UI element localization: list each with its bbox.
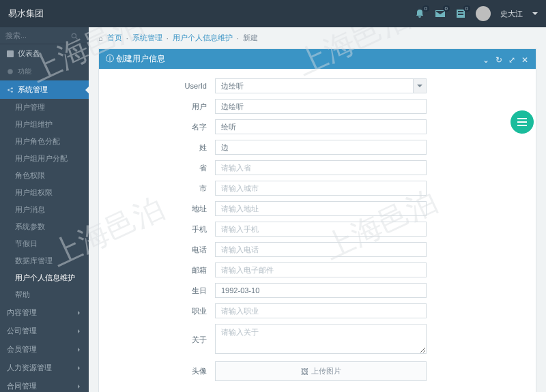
panel-title: 创建用户信息	[116, 53, 165, 65]
sidebar-section-header: 功能	[0, 63, 89, 80]
phone-field[interactable]	[215, 242, 427, 257]
sidebar-sub-role-perm[interactable]: 角色权限	[0, 167, 89, 184]
svg-rect-2	[7, 50, 14, 57]
about-field[interactable]	[215, 324, 427, 354]
label-userid: UserId	[99, 82, 215, 90]
label-birthday: 生日	[99, 286, 215, 296]
dashboard-icon	[7, 50, 14, 57]
birthday-field[interactable]	[215, 283, 427, 298]
search-icon[interactable]	[71, 32, 78, 39]
sidebar-sub-role-assign[interactable]: 用户角色分配	[0, 133, 89, 150]
sidebar-sub-db-mgmt[interactable]: 数据库管理	[0, 252, 89, 269]
sidebar-item-company[interactable]: 公司管理	[0, 322, 89, 340]
breadcrumb-l2[interactable]: 用户个人信息维护	[173, 33, 233, 43]
breadcrumb-l3: 新建	[243, 33, 258, 43]
svg-line-1	[76, 37, 78, 40]
info-icon: ⓘ	[106, 53, 114, 65]
expand-icon[interactable]: ⤢	[508, 55, 516, 63]
search-input[interactable]	[5, 31, 67, 40]
surname-field[interactable]	[215, 140, 427, 155]
fab-menu-button[interactable]	[511, 110, 534, 134]
sidebar-item-label: 仪表盘	[18, 48, 40, 59]
refresh-icon[interactable]: ↻	[495, 55, 503, 63]
breadcrumb-home[interactable]: 首页	[107, 33, 122, 43]
form-panel: ⓘ 创建用户信息 ⌄ ↻ ⤢ ✕ UserId 边绘听 用户 名字 姓 省 市 …	[98, 48, 536, 392]
home-icon: ⌂	[98, 34, 103, 42]
label-addr: 地址	[99, 204, 215, 214]
userid-field[interactable]: 边绘听	[215, 78, 427, 93]
bell-icon[interactable]: 0	[414, 8, 425, 19]
mobile-field[interactable]	[215, 222, 427, 237]
panel-header: ⓘ 创建用户信息 ⌄ ↻ ⤢ ✕	[99, 49, 536, 69]
user-field[interactable]	[215, 99, 427, 114]
sidebar-item-label: 系统管理	[18, 85, 48, 95]
label-about: 关于	[99, 335, 215, 345]
city-field[interactable]	[215, 181, 427, 196]
badge-count: 0	[463, 5, 470, 12]
upload-button[interactable]: 🖼 上传图片	[215, 361, 427, 381]
avatar[interactable]	[476, 6, 491, 21]
sidebar-item-system-mgmt[interactable]: 系统管理	[0, 80, 89, 99]
sidebar-item-dashboard[interactable]: 仪表盘	[0, 44, 89, 63]
menu-icon	[517, 121, 527, 123]
sidebar-item-contract[interactable]: 合同管理	[0, 377, 89, 392]
task-icon[interactable]: 0	[455, 8, 466, 19]
breadcrumb: ⌂ 首页 · 系统管理 · 用户个人信息维护 · 新建	[89, 27, 546, 48]
sidebar-sub-user-mgmt[interactable]: 用户管理	[0, 99, 89, 116]
sidebar-item-member[interactable]: 会员管理	[0, 340, 89, 359]
user-name[interactable]: 史大江	[500, 9, 523, 19]
label-name: 名字	[99, 122, 215, 132]
sidebar-sub-user-msg[interactable]: 用户消息	[0, 201, 89, 218]
app-header: 易水集团 0 0 0 史大江	[0, 0, 546, 27]
job-field[interactable]	[215, 303, 427, 318]
sidebar-sub-holiday[interactable]: 节假日	[0, 235, 89, 252]
sidebar-sub-group-perm[interactable]: 用户组权限	[0, 184, 89, 201]
gear-icon	[7, 68, 14, 75]
brand-title: 易水集团	[8, 7, 44, 20]
sidebar-item-hr[interactable]: 人力资源管理	[0, 359, 89, 377]
label-province: 省	[99, 163, 215, 173]
province-field[interactable]	[215, 160, 427, 175]
name-field[interactable]	[215, 119, 427, 134]
label-phone: 电话	[99, 245, 215, 255]
label-avatar: 头像	[99, 366, 215, 376]
svg-point-0	[72, 33, 76, 37]
label-mobile: 手机	[99, 224, 215, 235]
sidebar-sub-help[interactable]: 帮助	[0, 286, 89, 303]
addr-field[interactable]	[215, 201, 427, 216]
collapse-icon[interactable]: ⌄	[483, 55, 490, 63]
label-job: 职业	[99, 306, 215, 316]
label-email: 邮箱	[99, 265, 215, 275]
email-field[interactable]	[215, 262, 427, 277]
svg-point-3	[8, 69, 13, 74]
mail-icon[interactable]: 0	[435, 8, 446, 19]
label-city: 市	[99, 183, 215, 194]
sidebar-sub-sys-param[interactable]: 系统参数	[0, 218, 89, 235]
chevron-right-icon	[78, 311, 82, 315]
badge-count: 0	[443, 5, 450, 12]
label-surname: 姓	[99, 142, 215, 153]
share-icon	[7, 87, 14, 93]
label-user: 用户	[99, 102, 215, 112]
sidebar-sub-user-profile[interactable]: 用户个人信息维护	[0, 269, 89, 286]
sidebar-sub-group-user[interactable]: 用户组用户分配	[0, 150, 89, 167]
close-icon[interactable]: ✕	[521, 55, 529, 63]
badge-count: 0	[422, 5, 429, 12]
sidebar-sub-usergroup[interactable]: 用户组维护	[0, 116, 89, 133]
sidebar: 仪表盘 功能 系统管理 用户管理 用户组维护 用户角色分配 用户组用户分配 角色…	[0, 27, 89, 392]
chevron-down-icon	[532, 12, 538, 18]
main-content: ⌂ 首页 · 系统管理 · 用户个人信息维护 · 新建 ⓘ 创建用户信息 ⌄ ↻…	[89, 27, 546, 392]
image-icon: 🖼	[301, 367, 308, 376]
breadcrumb-l1[interactable]: 系统管理	[132, 33, 162, 43]
sidebar-item-content[interactable]: 内容管理	[0, 303, 89, 322]
